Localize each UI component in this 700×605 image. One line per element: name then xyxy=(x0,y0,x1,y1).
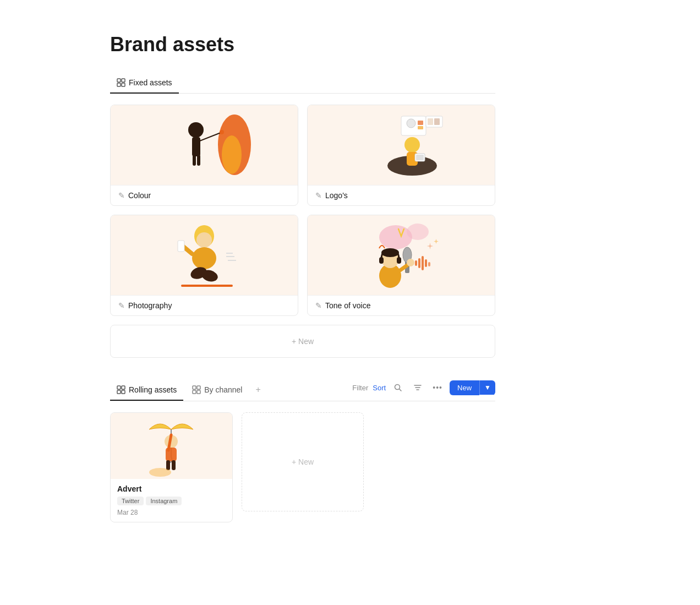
svg-point-10 xyxy=(220,130,224,134)
tab-rolling-assets[interactable]: Rolling assets xyxy=(110,381,183,401)
new-button-main[interactable]: New xyxy=(450,380,479,395)
svg-point-53 xyxy=(407,259,414,266)
doc-icon-4: ✎ xyxy=(315,301,322,310)
svg-line-64 xyxy=(400,389,402,391)
fixed-assets-new-card[interactable]: + New xyxy=(110,325,495,358)
svg-rect-61 xyxy=(193,390,196,394)
rolling-new-card[interactable]: + New xyxy=(242,412,364,511)
svg-point-7 xyxy=(188,122,204,138)
tag-twitter: Twitter xyxy=(117,497,144,505)
svg-rect-43 xyxy=(415,260,417,266)
svg-rect-71 xyxy=(172,460,176,470)
filter-icon xyxy=(414,384,422,391)
svg-rect-25 xyxy=(416,155,424,160)
svg-rect-47 xyxy=(428,262,430,266)
fixed-assets-section: Fixed assets xyxy=(110,74,495,358)
svg-point-15 xyxy=(407,119,415,128)
tone-card[interactable]: ✎ Tone of voice xyxy=(307,215,495,316)
more-options-button[interactable]: ••• xyxy=(430,380,445,395)
photography-card-label: ✎ Photography xyxy=(111,295,298,315)
search-icon xyxy=(394,384,402,391)
svg-rect-46 xyxy=(425,259,427,267)
add-tab-icon: + xyxy=(255,385,260,395)
svg-rect-45 xyxy=(422,256,424,270)
new-rolling-card-label: + New xyxy=(292,457,314,466)
sort-button[interactable]: Sort xyxy=(373,384,386,392)
svg-point-39 xyxy=(379,225,412,249)
filter-icon-button[interactable] xyxy=(410,380,425,395)
tab-fixed-assets-label: Fixed assets xyxy=(129,78,172,87)
search-button[interactable] xyxy=(390,380,406,395)
tone-card-label: ✎ Tone of voice xyxy=(308,295,495,315)
new-button-chevron[interactable]: ▼ xyxy=(479,380,495,395)
svg-rect-56 xyxy=(122,386,125,389)
rolling-assets-tabs: Rolling assets By channel + Filter Sort xyxy=(110,380,495,401)
colour-card[interactable]: ✎ Colour xyxy=(110,105,298,206)
svg-point-22 xyxy=(404,137,420,152)
more-icon: ••• xyxy=(433,383,442,392)
filter-button[interactable]: Filter xyxy=(352,384,368,392)
tab-rolling-label: Rolling assets xyxy=(129,385,177,394)
fixed-assets-grid: ✎ Colour xyxy=(110,105,495,316)
advert-date: Mar 28 xyxy=(117,509,226,516)
svg-rect-3 xyxy=(122,83,125,86)
advert-tags: Twitter Instagram xyxy=(117,497,226,505)
svg-point-72 xyxy=(149,468,171,477)
rolling-actions: Filter Sort ••• New ▼ xyxy=(352,380,495,401)
grid-icon xyxy=(117,78,125,87)
svg-rect-19 xyxy=(428,118,433,125)
svg-rect-2 xyxy=(117,83,121,86)
advert-title: Advert xyxy=(117,484,226,493)
rolling-assets-section: Rolling assets By channel + Filter Sort xyxy=(110,380,495,522)
svg-rect-31 xyxy=(178,241,184,252)
svg-point-6 xyxy=(222,135,242,174)
colour-label: Colour xyxy=(128,191,151,200)
svg-rect-57 xyxy=(117,390,121,394)
doc-icon: ✎ xyxy=(118,191,125,200)
tone-card-image xyxy=(308,215,495,295)
doc-icon-3: ✎ xyxy=(118,301,125,310)
advert-card[interactable]: Advert Twitter Instagram Mar 28 xyxy=(110,412,233,522)
advert-card-body: Advert Twitter Instagram Mar 28 xyxy=(111,479,232,522)
svg-rect-60 xyxy=(197,386,200,389)
svg-rect-1 xyxy=(122,79,125,82)
new-button-group: New ▼ xyxy=(450,380,495,395)
doc-icon-2: ✎ xyxy=(315,191,322,200)
svg-rect-17 xyxy=(418,126,423,129)
advert-card-image xyxy=(111,413,232,479)
svg-rect-8 xyxy=(192,137,200,156)
page-title: Brand assets xyxy=(110,33,700,56)
logos-card-label: ✎ Logo's xyxy=(308,185,495,205)
photography-label: Photography xyxy=(128,301,172,310)
grid-icon-channel xyxy=(192,385,201,394)
svg-rect-16 xyxy=(418,121,423,125)
photography-card-image xyxy=(111,215,298,295)
colour-card-label: ✎ Colour xyxy=(111,185,298,205)
svg-rect-50 xyxy=(379,257,384,264)
svg-rect-62 xyxy=(197,390,200,394)
svg-point-28 xyxy=(196,232,212,248)
svg-rect-44 xyxy=(418,258,420,268)
new-card-label: + New xyxy=(292,337,314,346)
svg-rect-12 xyxy=(197,155,200,166)
rolling-assets-grid: Advert Twitter Instagram Mar 28 + New xyxy=(110,412,495,522)
svg-rect-51 xyxy=(397,257,401,264)
svg-rect-70 xyxy=(166,460,170,470)
logos-card[interactable]: ✎ Logo's xyxy=(307,105,495,206)
tab-by-channel-label: By channel xyxy=(204,385,242,394)
logos-card-image xyxy=(308,105,495,185)
grid-icon-rolling xyxy=(117,385,125,394)
fixed-assets-tabs: Fixed assets xyxy=(110,74,495,94)
logos-label: Logo's xyxy=(325,191,348,200)
colour-card-image xyxy=(111,105,298,185)
photography-card[interactable]: ✎ Photography xyxy=(110,215,298,316)
svg-rect-20 xyxy=(434,118,440,125)
tab-by-channel[interactable]: By channel xyxy=(185,381,249,401)
svg-point-40 xyxy=(407,224,429,240)
svg-rect-11 xyxy=(193,155,196,166)
svg-rect-58 xyxy=(122,390,125,394)
svg-rect-59 xyxy=(193,386,196,389)
tab-fixed-assets[interactable]: Fixed assets xyxy=(110,74,179,94)
tab-add-new[interactable]: + xyxy=(251,380,265,401)
svg-point-29 xyxy=(192,247,216,269)
